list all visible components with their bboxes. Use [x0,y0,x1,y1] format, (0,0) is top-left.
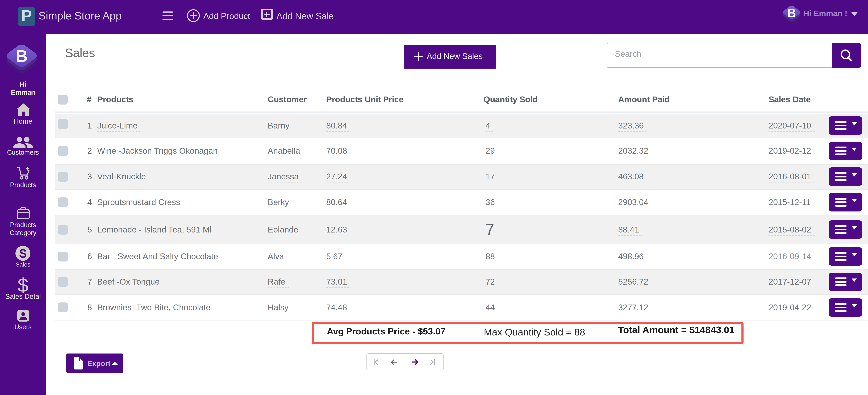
svg-text:B: B [787,6,796,20]
svg-text:$: $ [19,246,27,261]
svg-text:B: B [16,47,28,65]
